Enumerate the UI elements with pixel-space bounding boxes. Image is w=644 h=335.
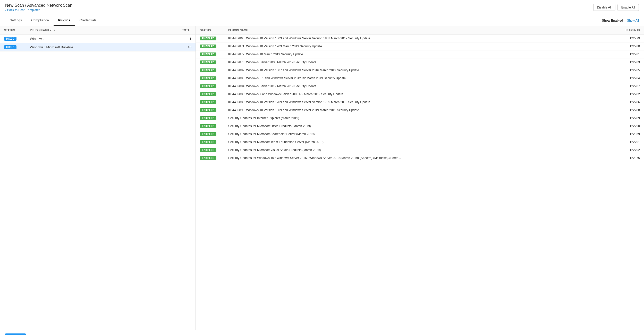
plugin-row[interactable]: ENABLED Security Updates for Internet Ex…	[196, 114, 644, 122]
plugin-status: ENABLED	[200, 92, 228, 96]
plugin-id: 122780	[614, 45, 640, 48]
plugin-name: KB4489871: Windows 10 Version 1703 March…	[228, 45, 614, 48]
enabled-badge: ENABLED	[200, 60, 216, 64]
tab-compliance[interactable]: Compliance	[27, 15, 54, 26]
plugin-name: Security Updates for Microsoft Team Foun…	[228, 140, 614, 144]
col-header-total: TOTAL	[171, 29, 191, 32]
plugin-id: 122975	[614, 156, 640, 160]
show-enabled-filter[interactable]: Show Enabled	[602, 19, 623, 22]
enabled-badge: ENABLED	[200, 156, 216, 160]
plugin-status: ENABLED	[200, 60, 228, 64]
left-panel-header: STATUS PLUGIN FAMILY ▲ TOTAL	[0, 26, 196, 34]
plugin-status: ENABLED	[200, 52, 228, 56]
plugin-name: Security Updates for Microsoft Visual St…	[228, 148, 614, 152]
plugin-row[interactable]: ENABLED KB4489882: Windows 10 Version 16…	[196, 66, 644, 74]
filter-links: Show Enabled | Show All	[602, 19, 639, 22]
plugin-status: ENABLED	[200, 100, 228, 104]
plugin-status: ENABLED	[200, 124, 228, 128]
top-bar-right: Disable All Enable All	[593, 4, 639, 11]
family-name: Windows	[30, 37, 171, 41]
col-header-family: PLUGIN FAMILY ▲	[30, 29, 171, 32]
plugin-name: KB4489868: Windows 10 Version 1803 and W…	[228, 37, 614, 40]
plugin-name: Security Updates for Microsoft Office Pr…	[228, 124, 614, 128]
back-link-label: Back to Scan Templates	[7, 8, 40, 12]
tabs-container: Settings Compliance Plugins Credentials	[5, 15, 101, 26]
enabled-badge: ENABLED	[200, 108, 216, 112]
disable-all-button[interactable]: Disable All	[593, 4, 615, 11]
tab-plugins[interactable]: Plugins	[54, 15, 75, 26]
enabled-badge: ENABLED	[200, 84, 216, 88]
top-bar: New Scan / Advanced Network Scan ‹ Back …	[0, 0, 644, 15]
show-all-filter[interactable]: Show All	[627, 19, 639, 22]
right-panel: STATUS PLUGIN NAME PLUGIN ID ENABLED KB4…	[196, 26, 644, 330]
plugin-status: ENABLED	[200, 84, 228, 88]
right-panel-rows: ENABLED KB4489868: Windows 10 Version 18…	[196, 34, 644, 330]
bottom-bar: Save ▾ Cancel	[0, 330, 644, 335]
plugin-row[interactable]: ENABLED Security Updates for Microsoft O…	[196, 122, 644, 130]
enabled-badge: ENABLED	[200, 124, 216, 128]
plugin-status: ENABLED	[200, 132, 228, 136]
enabled-badge: ENABLED	[200, 100, 216, 104]
plugin-id: 122779	[614, 37, 640, 40]
save-button-label[interactable]: Save	[5, 333, 20, 335]
plugin-name: KB4489882: Windows 10 Version 1607 and W…	[228, 68, 614, 72]
plugin-id: 122789	[614, 116, 640, 120]
enabled-badge: ENABLED	[200, 52, 216, 56]
tab-credentials[interactable]: Credentials	[75, 15, 101, 26]
plugin-id: 122785	[614, 68, 640, 72]
plugin-id: 122790	[614, 124, 640, 128]
plugin-row[interactable]: ENABLED KB4489872: Windows 10 March 2019…	[196, 50, 644, 58]
plugin-row[interactable]: ENABLED Security Updates for Windows 10 …	[196, 154, 644, 162]
plugin-status: ENABLED	[200, 116, 228, 120]
col-header-name: PLUGIN NAME	[228, 29, 614, 32]
plugin-row[interactable]: ENABLED KB4489883: Windows 8.1 and Windo…	[196, 74, 644, 82]
mixed-badge: MIXED	[4, 37, 16, 41]
enabled-badge: ENABLED	[200, 148, 216, 152]
plugin-row[interactable]: ENABLED Security Updates for Microsoft V…	[196, 146, 644, 154]
plugin-id: 122787	[614, 84, 640, 88]
save-button-group[interactable]: Save ▾	[5, 333, 26, 335]
plugin-row[interactable]: ENABLED Security Updates for Microsoft S…	[196, 130, 644, 138]
plugin-status: ENABLED	[200, 140, 228, 144]
plugin-row[interactable]: ENABLED KB4489876: Windows Server 2008 M…	[196, 58, 644, 66]
plugin-name: Security Updates for Windows 10 / Window…	[228, 156, 614, 160]
plugin-row[interactable]: ENABLED KB4489885: Windows 7 and Windows…	[196, 90, 644, 98]
plugin-status: ENABLED	[200, 44, 228, 48]
plugin-row[interactable]: ENABLED KB4489899: Windows 10 Version 18…	[196, 106, 644, 114]
family-name: Windows : Microsoft Bulletins	[30, 45, 171, 49]
right-panel-header: STATUS PLUGIN NAME PLUGIN ID	[196, 26, 644, 34]
plugin-status: ENABLED	[200, 36, 228, 40]
filter-separator: |	[625, 19, 625, 22]
left-panel: STATUS PLUGIN FAMILY ▲ TOTAL MIXED Windo…	[0, 26, 196, 330]
enabled-badge: ENABLED	[200, 92, 216, 96]
tab-settings[interactable]: Settings	[5, 15, 27, 26]
enabled-badge: ENABLED	[200, 140, 216, 144]
plugin-name: KB4489883: Windows 8.1 and Windows Serve…	[228, 76, 614, 80]
tabs-bar: Settings Compliance Plugins Credentials …	[0, 15, 644, 26]
plugin-name: KB4489876: Windows Server 2008 March 201…	[228, 60, 614, 64]
plugin-row[interactable]: ENABLED KB4489884: Windows Server 2012 M…	[196, 82, 644, 90]
enabled-badge: ENABLED	[200, 37, 216, 40]
plugin-id: 122786	[614, 100, 640, 104]
col-header-status: STATUS	[4, 29, 30, 32]
enable-all-button[interactable]: Enable All	[617, 4, 639, 11]
col-header-status: STATUS	[200, 29, 228, 32]
plugin-id: 122859	[614, 132, 640, 136]
plugin-id: 122784	[614, 76, 640, 80]
sort-arrow-icon: ▲	[53, 29, 56, 32]
plugin-id: 122788	[614, 108, 640, 112]
family-row[interactable]: MIXED Windows : Microsoft Bulletins 16	[0, 43, 196, 51]
plugin-row[interactable]: ENABLED Security Updates for Microsoft T…	[196, 138, 644, 146]
family-row[interactable]: MIXED Windows 1	[0, 34, 196, 43]
plugin-status: ENABLED	[200, 156, 228, 160]
plugin-row[interactable]: ENABLED KB4489886: Windows 10 Version 17…	[196, 98, 644, 106]
main-content: STATUS PLUGIN FAMILY ▲ TOTAL MIXED Windo…	[0, 26, 644, 330]
plugin-name: KB4489872: Windows 10 March 2019 Securit…	[228, 52, 614, 56]
plugin-row[interactable]: ENABLED KB4489868: Windows 10 Version 18…	[196, 34, 644, 42]
back-link[interactable]: ‹ Back to Scan Templates	[5, 8, 72, 12]
enabled-badge: ENABLED	[200, 68, 216, 72]
plugin-status: ENABLED	[200, 76, 228, 80]
plugin-row[interactable]: ENABLED KB4489871: Windows 10 Version 17…	[196, 42, 644, 50]
save-dropdown-arrow[interactable]: ▾	[20, 334, 26, 335]
plugin-status: ENABLED	[200, 108, 228, 112]
